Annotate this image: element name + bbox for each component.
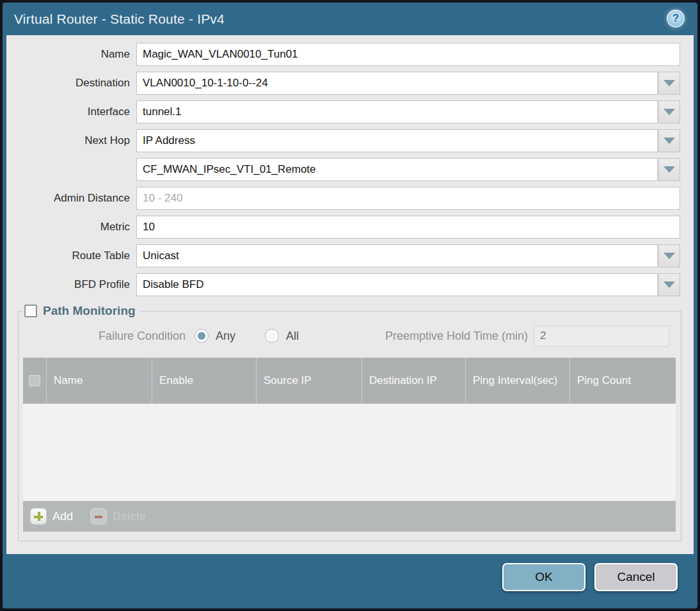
minus-icon — [90, 508, 107, 525]
path-monitoring-legend: Path Monitoring — [23, 304, 139, 318]
next-hop-ip-input[interactable] — [136, 158, 658, 181]
next-hop-ip-dropdown-button[interactable] — [658, 158, 680, 181]
name-label: Name — [6, 43, 136, 66]
column-header-name[interactable]: Name — [47, 358, 152, 404]
route-table-row: Route Table — [6, 244, 680, 267]
select-all-checkbox[interactable] — [29, 375, 40, 386]
dialog-frame: Virtual Router - Static Route - IPv4 ? N… — [0, 0, 700, 611]
plus-icon — [30, 508, 47, 525]
destination-row: Destination — [6, 72, 680, 95]
bfd-profile-row: BFD Profile — [6, 273, 680, 296]
chevron-down-icon — [664, 282, 675, 288]
next-hop-type-input[interactable] — [136, 129, 658, 152]
route-table-label: Route Table — [6, 244, 136, 267]
next-hop-label: Next Hop — [6, 129, 136, 152]
name-input[interactable] — [136, 43, 680, 66]
route-table-input[interactable] — [136, 244, 658, 267]
metric-row: Metric — [6, 216, 680, 239]
path-monitoring-title: Path Monitoring — [43, 304, 136, 318]
preemptive-hold-time-label: Preemptive Hold Time (min) — [385, 329, 528, 343]
admin-distance-label: Admin Distance — [6, 187, 136, 210]
interface-label: Interface — [6, 100, 136, 123]
add-button-label: Add — [52, 510, 73, 523]
admin-distance-row: Admin Distance — [6, 187, 680, 210]
failure-condition-label: Failure Condition — [99, 329, 186, 343]
path-monitoring-section: Path Monitoring Failure Condition Any Al… — [18, 304, 681, 541]
interface-dropdown-button[interactable] — [658, 100, 680, 123]
next-hop-ip-label — [6, 158, 136, 181]
failure-condition-any-radio[interactable] — [195, 329, 209, 343]
bfd-profile-dropdown-button[interactable] — [658, 273, 680, 296]
failure-condition-all-radio[interactable] — [265, 329, 279, 343]
chevron-down-icon — [664, 80, 675, 86]
next-hop-type-dropdown-button[interactable] — [658, 129, 680, 152]
next-hop-ip-row — [6, 158, 680, 181]
chevron-down-icon — [664, 253, 675, 259]
add-button[interactable]: Add — [30, 508, 73, 525]
chevron-down-icon — [664, 166, 675, 173]
metric-input[interactable] — [136, 216, 680, 239]
static-route-dialog: Virtual Router - Static Route - IPv4 ? N… — [3, 3, 697, 608]
failure-condition-any-label: Any — [216, 329, 235, 343]
dialog-title: Virtual Router - Static Route - IPv4 — [14, 12, 225, 27]
table-header-row: Name Enable Source IP Destination IP Pin… — [23, 358, 676, 404]
column-header-destination-ip[interactable]: Destination IP — [362, 358, 466, 404]
bfd-profile-label: BFD Profile — [6, 273, 136, 296]
help-icon[interactable]: ? — [667, 10, 685, 28]
column-header-enable[interactable]: Enable — [152, 358, 257, 404]
failure-condition-row: Failure Condition Any All Preemptive Hol… — [23, 324, 676, 347]
destination-label: Destination — [6, 72, 136, 95]
interface-input[interactable] — [136, 100, 658, 123]
route-table-dropdown-button[interactable] — [658, 244, 680, 267]
chevron-down-icon — [664, 138, 675, 144]
bfd-profile-input[interactable] — [136, 273, 658, 296]
destination-input[interactable] — [136, 72, 658, 95]
path-monitoring-checkbox[interactable] — [24, 305, 37, 317]
column-header-ping-count[interactable]: Ping Count — [570, 358, 676, 404]
next-hop-row: Next Hop — [6, 129, 680, 152]
column-header-source-ip[interactable]: Source IP — [257, 358, 362, 404]
delete-button-label: Delete — [113, 510, 146, 523]
preemptive-hold-time-input[interactable] — [534, 326, 669, 347]
dialog-content: Name Destination Interface Next Hop — [6, 35, 694, 554]
ok-button[interactable]: OK — [502, 563, 585, 591]
name-row: Name — [6, 43, 680, 66]
failure-condition-all-label: All — [286, 329, 299, 343]
path-monitoring-table: Name Enable Source IP Destination IP Pin… — [23, 358, 676, 532]
metric-label: Metric — [6, 216, 136, 239]
select-all-cell — [23, 358, 47, 404]
destination-dropdown-button[interactable] — [658, 72, 680, 95]
table-footer-bar: Add Delete — [23, 501, 676, 532]
admin-distance-input[interactable] — [136, 187, 680, 210]
dialog-titlebar: Virtual Router - Static Route - IPv4 ? — [3, 3, 697, 35]
table-body-empty — [23, 404, 676, 501]
chevron-down-icon — [664, 109, 675, 115]
dialog-footer: OK Cancel — [3, 554, 697, 608]
column-header-ping-interval[interactable]: Ping Interval(sec) — [466, 358, 570, 404]
cancel-button[interactable]: Cancel — [594, 563, 678, 591]
delete-button[interactable]: Delete — [90, 508, 146, 525]
interface-row: Interface — [6, 100, 680, 123]
